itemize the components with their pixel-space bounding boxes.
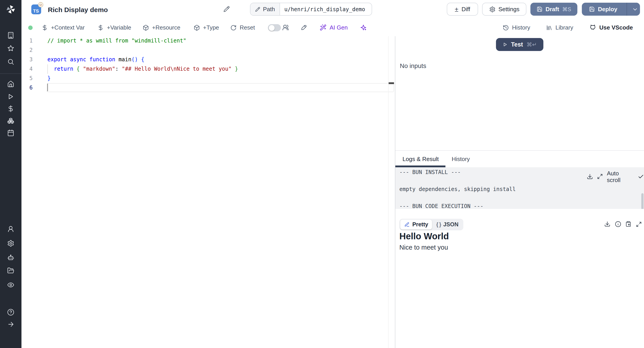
sidebar-item-user[interactable] <box>0 223 22 235</box>
toolbar-reset-button[interactable]: Reset <box>230 19 255 36</box>
log-output: --- BUN INSTALL --- empty dependencies, … <box>395 167 644 209</box>
gear-icon <box>489 6 495 12</box>
diff-button[interactable]: ± Diff <box>447 3 478 16</box>
toolbar-add-variable-button[interactable]: +Variable <box>98 19 131 36</box>
code-token: main <box>118 56 132 62</box>
test-button-label: Test <box>511 41 523 48</box>
pretty-toggle[interactable]: Pretty <box>400 220 432 230</box>
auto-scroll-check-icon[interactable] <box>638 173 644 180</box>
sidebar-item-boxes[interactable] <box>0 114 22 127</box>
windmill-logo[interactable] <box>6 4 16 14</box>
use-vscode-button[interactable]: Use VScode <box>590 19 633 36</box>
expand-logs-button[interactable] <box>597 174 603 179</box>
toolbar-add-type-button[interactable]: +Type <box>194 19 219 36</box>
format-code-button[interactable] <box>300 19 307 36</box>
eye-icon <box>7 281 14 288</box>
brush-icon <box>300 24 307 31</box>
path-pencil-icon <box>255 6 260 12</box>
code-token: "markdown" <box>83 66 116 72</box>
code-line: 5} <box>22 74 395 83</box>
brush-icon <box>300 24 307 31</box>
sidebar-item-settings[interactable] <box>0 237 22 250</box>
path-label: Path <box>250 3 280 15</box>
save-icon <box>537 6 542 12</box>
download-logs-button[interactable] <box>587 173 593 180</box>
sparkles-icon <box>360 24 367 31</box>
braces-icon: { } <box>436 222 441 227</box>
draft-shortcut: ⌘S <box>562 6 571 12</box>
sidebar-item-help[interactable] <box>0 306 22 318</box>
history-button[interactable]: History <box>503 19 530 36</box>
collab-users-button[interactable] <box>282 19 289 36</box>
info-button[interactable] <box>615 221 621 227</box>
star-icon <box>7 45 14 52</box>
library-button[interactable]: Library <box>546 19 573 36</box>
sidebar-item-calendar[interactable] <box>0 126 22 139</box>
code-line: 1// import * as wmill from "windmill-cli… <box>22 36 395 46</box>
save-icon <box>589 6 595 12</box>
history-label: History <box>512 24 530 31</box>
tab-history[interactable]: History <box>452 151 470 167</box>
sidebar-item-folder[interactable] <box>0 264 22 277</box>
ai-sparkles-button[interactable] <box>360 19 367 36</box>
path-field[interactable]: Path u/henri/rich_display_demo <box>250 3 372 16</box>
line-number: 3 <box>22 55 33 64</box>
deploy-split-button: Deploy <box>582 3 640 16</box>
draft-button-label: Draft <box>546 6 559 12</box>
expand-result-button[interactable] <box>636 221 642 227</box>
search-icon <box>7 58 14 65</box>
result-body: Nice to meet you <box>399 244 448 251</box>
toolbar-button-label: +Resource <box>152 24 180 31</box>
code-token: } <box>48 75 50 82</box>
test-shortcut: ⌘↵ <box>526 41 537 48</box>
copy-result-button[interactable] <box>625 221 632 227</box>
test-button[interactable]: Test ⌘↵ <box>496 38 544 51</box>
deploy-button[interactable]: Deploy <box>582 3 624 16</box>
library-label: Library <box>556 24 573 31</box>
settings-button[interactable]: Settings <box>482 3 526 16</box>
windmill-app: TS Rich Display demo Path u/henri/rich_d… <box>0 0 644 348</box>
download-result-button[interactable] <box>604 221 610 227</box>
line-number: 6 <box>22 83 33 92</box>
pencil-icon <box>223 6 230 12</box>
json-toggle[interactable]: { } JSON <box>432 220 462 230</box>
code-editor[interactable]: 1// import * as wmill from "windmill-cli… <box>22 36 395 348</box>
draft-button[interactable]: Draft ⌘S <box>530 3 577 16</box>
sidebar-item-star[interactable] <box>0 42 22 54</box>
text-cursor <box>47 84 48 91</box>
tab-logs-result[interactable]: Logs & Result <box>402 151 439 167</box>
toolbar-add-context-var-button[interactable]: +Context Var <box>42 19 85 36</box>
run-panel: Test ⌘↵ No inputs Logs & Result History … <box>395 36 644 348</box>
sidebar-item-eye[interactable] <box>0 279 22 291</box>
ai-gen-button[interactable]: AI Gen <box>320 19 348 36</box>
workspace-emoji-icon <box>38 1 44 8</box>
sidebar-item-search[interactable] <box>0 56 22 68</box>
settings-button-label: Settings <box>498 6 520 12</box>
multiplayer-toggle[interactable] <box>268 24 281 31</box>
result-heading: Hello World <box>399 231 449 242</box>
user-icon <box>7 226 14 232</box>
line-number: 5 <box>22 74 33 83</box>
sidebar-item-arrow-right[interactable] <box>0 318 22 330</box>
sidebar-item-building[interactable] <box>0 29 22 42</box>
sidebar-item-bot[interactable] <box>0 252 22 264</box>
deploy-divider <box>627 3 627 16</box>
code-token: // import * as wmill from "windmill-clie… <box>48 38 186 44</box>
code-token <box>73 66 76 72</box>
header: TS Rich Display demo Path u/henri/rich_d… <box>22 0 644 19</box>
bun-emoji-icon <box>38 1 44 8</box>
edit-title-button[interactable] <box>223 6 230 13</box>
sidebar-item-play[interactable] <box>0 90 22 103</box>
pen-icon <box>404 222 410 227</box>
toolbar-add-resource-button[interactable]: +Resource <box>143 19 180 36</box>
history-icon <box>503 24 509 31</box>
tabs-bar: Logs & Result History <box>395 150 644 167</box>
deploy-menu-button[interactable] <box>630 3 640 16</box>
windmill-logo-icon <box>6 4 16 14</box>
sidebar-divider <box>0 73 22 74</box>
sparkles-icon <box>360 24 367 31</box>
sidebar-item-home[interactable] <box>0 78 22 90</box>
library-icon <box>546 24 552 31</box>
wand-icon <box>320 24 326 31</box>
sidebar-item-dollar[interactable] <box>0 102 22 115</box>
